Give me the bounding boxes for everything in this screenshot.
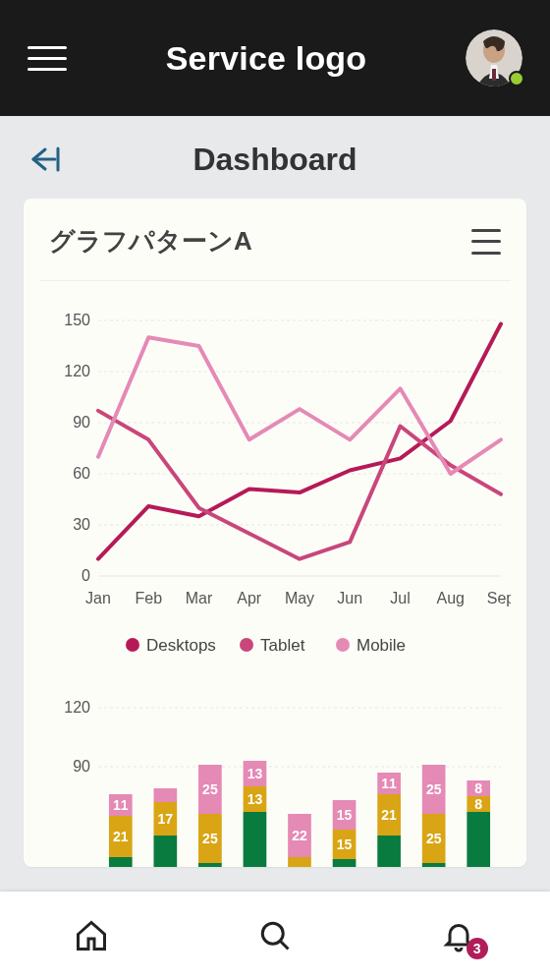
page-title: Dashboard bbox=[65, 142, 485, 178]
svg-text:120: 120 bbox=[64, 699, 90, 716]
svg-rect-47 bbox=[198, 863, 222, 867]
notification-badge: 3 bbox=[467, 938, 488, 959]
svg-text:13: 13 bbox=[248, 791, 263, 807]
svg-text:Sep: Sep bbox=[487, 590, 511, 606]
svg-point-28 bbox=[240, 638, 253, 652]
svg-text:150: 150 bbox=[64, 312, 90, 328]
svg-rect-42 bbox=[153, 836, 177, 867]
svg-text:22: 22 bbox=[292, 828, 307, 843]
svg-text:8: 8 bbox=[474, 796, 482, 812]
svg-point-30 bbox=[336, 638, 350, 652]
svg-text:Jul: Jul bbox=[390, 590, 410, 606]
svg-text:25: 25 bbox=[426, 831, 442, 846]
svg-rect-61 bbox=[288, 857, 311, 867]
svg-text:90: 90 bbox=[73, 414, 90, 431]
svg-text:11: 11 bbox=[381, 776, 397, 791]
presence-indicator bbox=[509, 71, 524, 86]
back-icon[interactable] bbox=[26, 140, 65, 179]
bottom-nav: 3 bbox=[0, 892, 550, 980]
menu-icon[interactable] bbox=[28, 38, 67, 78]
svg-rect-77 bbox=[422, 863, 446, 867]
svg-text:25: 25 bbox=[426, 781, 442, 797]
svg-text:May: May bbox=[285, 590, 314, 606]
svg-rect-36 bbox=[109, 857, 133, 867]
svg-text:15: 15 bbox=[337, 836, 353, 852]
search-icon[interactable] bbox=[253, 914, 297, 957]
svg-rect-71 bbox=[377, 836, 401, 867]
svg-text:Jan: Jan bbox=[85, 590, 111, 606]
card-title: グラフパターンA bbox=[49, 224, 252, 259]
svg-line-90 bbox=[280, 941, 288, 949]
svg-rect-46 bbox=[153, 788, 177, 802]
svg-text:11: 11 bbox=[113, 797, 129, 813]
svg-text:21: 21 bbox=[381, 807, 397, 823]
svg-text:120: 120 bbox=[64, 363, 90, 379]
svg-text:8: 8 bbox=[474, 780, 482, 796]
svg-text:Mobile: Mobile bbox=[357, 636, 406, 655]
chart-card: グラフパターンA 0306090120150 JanFebMarAprMayJu… bbox=[24, 199, 526, 867]
avatar[interactable] bbox=[466, 29, 522, 86]
svg-text:21: 21 bbox=[113, 829, 129, 844]
svg-text:0: 0 bbox=[82, 567, 90, 584]
line-chart: 0306090120150 JanFebMarAprMayJunJulAugSe… bbox=[39, 281, 511, 688]
svg-rect-3 bbox=[492, 69, 496, 81]
bar-chart: 90120 4421115517412525671313222222431515… bbox=[39, 688, 511, 867]
svg-text:25: 25 bbox=[202, 781, 218, 797]
svg-text:17: 17 bbox=[158, 811, 174, 827]
svg-text:Mar: Mar bbox=[186, 590, 213, 606]
svg-text:25: 25 bbox=[202, 831, 218, 846]
svg-text:Tablet: Tablet bbox=[260, 636, 305, 655]
svg-text:60: 60 bbox=[73, 465, 90, 482]
svg-rect-83 bbox=[467, 812, 490, 867]
svg-rect-65 bbox=[333, 859, 357, 867]
card-menu-icon[interactable] bbox=[471, 229, 501, 255]
svg-point-26 bbox=[126, 638, 139, 652]
svg-text:90: 90 bbox=[73, 758, 90, 775]
page-header: Dashboard bbox=[0, 116, 550, 189]
svg-text:Apr: Apr bbox=[237, 590, 262, 606]
svg-point-89 bbox=[262, 923, 283, 944]
app-bar: Service logo bbox=[0, 0, 550, 116]
svg-text:Feb: Feb bbox=[135, 590, 162, 606]
svg-text:Desktops: Desktops bbox=[146, 636, 216, 655]
svg-text:13: 13 bbox=[248, 766, 263, 781]
home-icon[interactable] bbox=[70, 914, 113, 957]
svg-text:30: 30 bbox=[73, 516, 90, 533]
svg-rect-53 bbox=[244, 812, 267, 867]
bell-icon[interactable]: 3 bbox=[437, 914, 480, 957]
svg-text:Jun: Jun bbox=[337, 590, 362, 606]
svg-text:Aug: Aug bbox=[437, 590, 465, 606]
svg-text:15: 15 bbox=[337, 807, 353, 823]
brand-title: Service logo bbox=[166, 39, 367, 78]
